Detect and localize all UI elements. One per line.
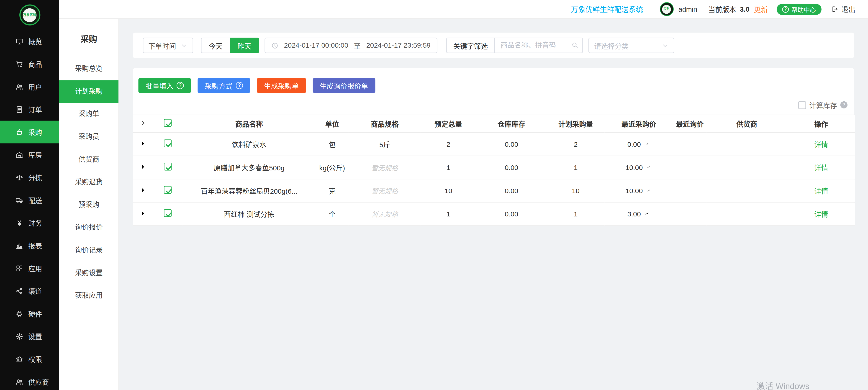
row-checkbox[interactable] [164, 139, 172, 147]
submenu-item[interactable]: 预采购 [59, 194, 119, 217]
sidebar-item-balance[interactable]: 分拣 [0, 166, 59, 189]
expand-row-icon[interactable] [140, 187, 146, 193]
batch-fill-button[interactable]: 批量填入 [138, 78, 191, 93]
action-buttons: 批量填入 采购方式 生成采购单 生成询价报价单 [133, 68, 854, 93]
submenu-item[interactable]: 采购单 [59, 103, 119, 126]
order-icon [16, 105, 23, 113]
plan-purchase-panel: 批量填入 采购方式 生成采购单 生成询价报价单 [133, 68, 854, 226]
expand-row-icon[interactable] [140, 140, 146, 147]
sidebar-item-warehouse[interactable]: 库房 [0, 143, 59, 166]
plan-qty: 1 [547, 202, 604, 226]
sidebar-item-gear[interactable]: 设置 [0, 325, 59, 348]
submenu-item[interactable]: 询价记录 [59, 239, 119, 262]
submenu-item[interactable]: 询价报价 [59, 217, 119, 239]
logout-button[interactable]: 退出 [832, 4, 856, 14]
submenu-item[interactable]: 获取应用 [59, 285, 119, 307]
batch-fill-label: 批量填入 [146, 80, 174, 91]
grid-icon [16, 264, 23, 272]
generate-inquiry-button[interactable]: 生成询价报价单 [313, 78, 375, 93]
submenu-item[interactable]: 采购总览 [59, 58, 119, 80]
col-spec: 商品规格 [349, 115, 421, 133]
purchase-method-button[interactable]: 采购方式 [197, 78, 250, 93]
calc-stock-checkbox[interactable] [798, 101, 806, 109]
unit: 包 [315, 133, 349, 156]
app-logo-badge: 万象优鲜 [19, 4, 40, 25]
ordered-qty: 1 [421, 202, 476, 226]
expand-row-icon[interactable] [140, 164, 146, 170]
category-select[interactable]: 请选择分类 [588, 38, 674, 53]
sidebar-item-truck[interactable]: 配送 [0, 189, 59, 212]
search-icon[interactable] [571, 41, 579, 49]
sidebar-item-chart[interactable]: 报表 [0, 234, 59, 257]
sidebar-item-cart[interactable]: 商品 [0, 53, 59, 75]
sidebar-item-group[interactable]: 供应商 [0, 370, 59, 390]
row-checkbox[interactable] [164, 186, 172, 194]
submenu-item[interactable]: 采购退货 [59, 171, 119, 194]
user-avatar[interactable]: 万象 [659, 2, 674, 16]
sidebar-item-label: 分拣 [28, 172, 42, 183]
category-placeholder: 请选择分类 [594, 40, 629, 51]
primary-sidebar: 万象优鲜 概览商品用户订单采购库房分拣配送财务报表应用渠道硬件设置权限供应商 [0, 0, 59, 390]
balance-icon [16, 173, 23, 181]
product-name: 西红柿 测试分拣 [183, 202, 315, 226]
sidebar-item-basket[interactable]: 采购 [0, 121, 59, 143]
price-trend-icon[interactable] [643, 210, 650, 218]
row-checkbox[interactable] [164, 209, 172, 217]
select-all-checkbox[interactable] [164, 119, 172, 127]
sidebar-item-label: 财务 [28, 218, 42, 228]
sidebar-item-label: 权限 [28, 354, 42, 364]
primary-nav: 概览商品用户订单采购库房分拣配送财务报表应用渠道硬件设置权限供应商 [0, 30, 59, 390]
sidebar-item-display[interactable]: 硬件 [0, 302, 59, 325]
system-title-link[interactable]: 万象优鲜生鲜配送系统 [571, 4, 643, 14]
col-unit: 单位 [315, 115, 349, 133]
date-range-input[interactable]: 2024-01-17 00:00:00 至 2024-01-17 23:59:5… [265, 38, 437, 53]
sidebar-item-yen[interactable]: 财务 [0, 212, 59, 234]
detail-link[interactable]: 详情 [814, 211, 828, 219]
price-trend-icon[interactable] [645, 164, 652, 171]
yesterday-button[interactable]: 昨天 [230, 38, 259, 53]
sidebar-item-grid[interactable]: 应用 [0, 257, 59, 280]
time-type-select[interactable]: 下单时间 [143, 38, 193, 53]
generate-po-button[interactable]: 生成采购单 [257, 78, 306, 93]
today-button[interactable]: 今天 [201, 38, 230, 53]
unit: 克 [315, 179, 349, 202]
plan-qty: 10 [547, 179, 604, 202]
col-supplier: 供货商 [706, 115, 787, 133]
submenu-item[interactable]: 采购设置 [59, 262, 119, 285]
detail-link[interactable]: 详情 [814, 141, 828, 149]
yen-icon [16, 219, 23, 227]
main-content: 下单时间 今天 昨天 2024-01-17 00:00:00 至 2024-01… [119, 19, 868, 390]
app-logo[interactable]: 万象优鲜 [0, 0, 59, 30]
sidebar-item-users[interactable]: 用户 [0, 75, 59, 98]
price-trend-icon[interactable] [643, 140, 650, 148]
help-center-button[interactable]: 帮助中心 [777, 4, 822, 15]
users-icon [16, 83, 23, 91]
supplier [706, 202, 787, 226]
submenu-item[interactable]: 计划采购 [59, 80, 119, 103]
update-link[interactable]: 更新 [754, 4, 768, 14]
keyword-input[interactable] [494, 38, 583, 53]
submenu-item[interactable]: 采购员 [59, 126, 119, 149]
submenu-item[interactable]: 供货商 [59, 148, 119, 171]
submenu-title: 采购 [59, 19, 119, 58]
basket-icon [16, 128, 23, 136]
supplier [706, 179, 787, 202]
sidebar-item-label: 硬件 [28, 308, 42, 319]
warehouse-icon [16, 151, 23, 159]
recent-price: 10.00 [604, 156, 673, 179]
sidebar-item-order[interactable]: 订单 [0, 98, 59, 121]
sidebar-item-label: 订单 [28, 104, 42, 115]
price-trend-icon[interactable] [645, 187, 652, 194]
expand-all-icon[interactable] [140, 120, 146, 126]
supplier [706, 133, 787, 156]
sidebar-item-share[interactable]: 渠道 [0, 280, 59, 302]
recent-inquiry [673, 156, 707, 179]
detail-link[interactable]: 详情 [814, 164, 828, 172]
row-checkbox[interactable] [164, 163, 172, 170]
filter-bar: 下单时间 今天 昨天 2024-01-17 00:00:00 至 2024-01… [133, 33, 854, 58]
detail-link[interactable]: 详情 [814, 188, 828, 195]
expand-row-icon[interactable] [140, 210, 146, 216]
version-number: 3.0 [740, 5, 749, 13]
sidebar-item-bank[interactable]: 权限 [0, 348, 59, 370]
sidebar-item-monitor[interactable]: 概览 [0, 30, 59, 53]
